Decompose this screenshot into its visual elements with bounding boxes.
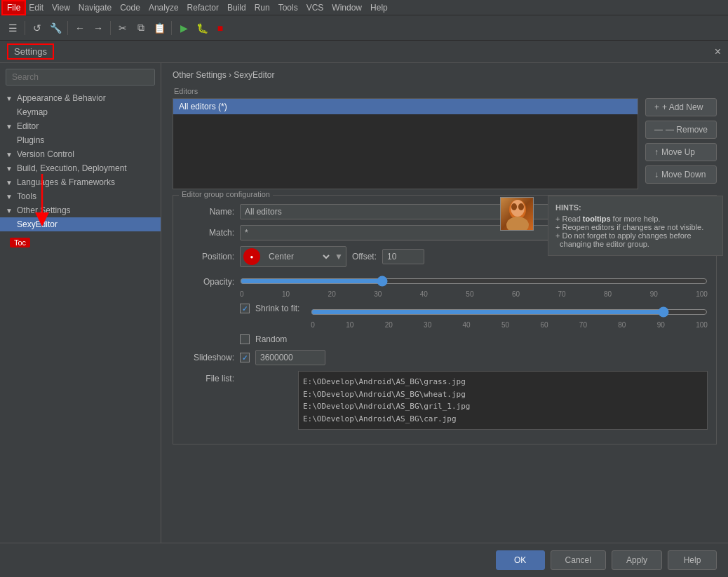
avatar (500, 197, 534, 231)
sidebar-item-build[interactable]: ▼ Build, Execution, Deployment (0, 161, 161, 175)
apply-button[interactable]: Apply (612, 550, 662, 570)
hints-panel: HINTS: + Read tooltips for more help. + … (548, 196, 723, 256)
minus-icon: — (654, 125, 663, 135)
offset-label: Offset: (352, 252, 377, 262)
sidebar-item-vcs[interactable]: ▼ Version Control (0, 147, 161, 161)
arrow-icon: ▼ (6, 179, 13, 186)
close-button[interactable]: × (715, 46, 721, 58)
hints-line1: + Read tooltips for more help. (555, 215, 715, 223)
file-list-item: E:\ODevelop\Android\AS_BG\gril_1.jpg (303, 400, 703, 413)
sidebar-item-other-settings[interactable]: ▼ Other Settings (0, 203, 161, 217)
menu-analyze[interactable]: Analyze (144, 1, 183, 14)
toolbar-run-btn[interactable]: ▶ (175, 20, 192, 36)
menu-file[interactable]: File (3, 1, 25, 14)
ok-button[interactable]: OK (496, 550, 545, 570)
opacity-slider[interactable] (240, 276, 708, 287)
opacity-row: Opacity: 0 10 20 30 40 50 60 (182, 273, 708, 298)
menu-vcs[interactable]: VCS (302, 1, 328, 14)
toolbar-stop-btn[interactable]: ■ (212, 20, 229, 36)
toc-badge: Toc (10, 238, 30, 247)
sidebar-item-editor[interactable]: ▼ Editor (0, 119, 161, 133)
menu-view[interactable]: View (48, 1, 74, 14)
shrink-checkbox[interactable] (240, 304, 250, 313)
svg-point-5 (511, 203, 517, 210)
match-label: Match: (182, 228, 234, 238)
toolbar-undo-btn[interactable]: ← (72, 20, 88, 36)
side-buttons: + + Add New — — Remove ↑ Move Up ↓ Move … (645, 87, 717, 189)
slideshow-row: Slideshow: (182, 350, 708, 365)
remove-label: — Remove (666, 125, 708, 135)
toolbar-sync-btn[interactable]: ↺ (29, 20, 46, 36)
up-arrow-icon: ↑ (654, 147, 659, 157)
menu-navigate[interactable]: Navigate (74, 1, 116, 14)
shrink-slider-wrap: 0 10 20 30 40 50 60 70 80 90 100 (311, 304, 708, 329)
toolbar-sep-2 (67, 21, 68, 35)
slideshow-input[interactable] (255, 350, 325, 365)
settings-body: ▼ Appearance & Behavior Keymap ▼ Editor … (0, 63, 728, 543)
sidebar-item-languages[interactable]: ▼ Languages & Frameworks (0, 175, 161, 189)
toolbar-menu-btn[interactable]: ☰ (4, 20, 21, 36)
sidebar-item-label: Tools (17, 191, 36, 201)
toolbar-paste-btn[interactable]: 📋 (151, 20, 168, 36)
file-list-item: E:\ODevelop\Android\AS_BG\grass.jpg (303, 376, 703, 388)
offset-input[interactable] (382, 249, 424, 264)
toolbar-gradle-btn[interactable]: 🔧 (47, 20, 64, 36)
toolbar: ☰ ↺ 🔧 ← → ✂ ⧉ 📋 ▶ 🐛 ■ (0, 15, 728, 41)
toolbar-debug-btn[interactable]: 🐛 (194, 20, 210, 36)
file-list-item: E:\ODevelop\Android\AS_BG\wheat.jpg (303, 388, 703, 401)
slideshow-checkbox[interactable] (240, 353, 250, 362)
hints-line4: changing the editor group. (555, 240, 715, 248)
move-up-button[interactable]: ↑ Move Up (645, 143, 717, 161)
search-input[interactable] (6, 69, 155, 86)
arrow-icon: ▼ (6, 207, 13, 215)
move-down-button[interactable]: ↓ Move Down (645, 165, 717, 184)
menu-build[interactable]: Build (223, 1, 250, 14)
add-new-label: + Add New (662, 102, 703, 112)
menu-refactor[interactable]: Refactor (183, 1, 223, 14)
menu-window[interactable]: Window (328, 1, 366, 14)
opacity-slider-labels: 0 10 20 30 40 50 60 70 80 90 100 (240, 290, 708, 298)
plus-icon: + (654, 102, 659, 112)
cancel-button[interactable]: Cancel (551, 550, 606, 570)
sidebar-item-label: Version Control (17, 149, 74, 159)
config-section: Editor group configuration Name: Match: … (173, 195, 717, 444)
config-section-label: Editor group configuration (179, 190, 273, 198)
file-list-item: E:\ODevelop\Android\AS_BG\car.jpg (303, 413, 703, 426)
sidebar-item-appearance[interactable]: ▼ Appearance & Behavior (0, 91, 161, 105)
editors-label: Editors (173, 87, 638, 95)
opacity-slider-track[interactable] (240, 276, 708, 289)
random-checkbox[interactable] (240, 334, 250, 344)
menu-help[interactable]: Help (366, 1, 392, 14)
shrink-slider[interactable] (311, 306, 708, 318)
toolbar-sep-3 (110, 21, 111, 35)
menu-tools[interactable]: Tools (274, 1, 302, 14)
arrow-icon: ▼ (6, 151, 13, 158)
editor-item-all[interactable]: All editors (*) (173, 99, 638, 114)
settings-outer: Settings × ▼ Appearance & Behavior Keyma… (0, 41, 728, 577)
toolbar-copy-btn[interactable]: ⧉ (133, 20, 149, 36)
settings-title: Settings (7, 43, 54, 60)
remove-button[interactable]: — — Remove (645, 121, 717, 139)
arrow-icon: ▼ (6, 165, 13, 172)
sidebar-item-plugins[interactable]: Plugins (0, 133, 161, 147)
menu-edit[interactable]: Edit (25, 1, 48, 14)
sidebar-item-label: Editor (17, 121, 39, 131)
sidebar-item-keymap[interactable]: Keymap (0, 105, 161, 119)
move-down-label: Move Down (661, 170, 706, 179)
opacity-slider-wrap: 0 10 20 30 40 50 60 70 80 90 100 (240, 273, 708, 298)
sidebar-item-tools[interactable]: ▼ Tools (0, 189, 161, 203)
editors-list[interactable]: All editors (*) (173, 98, 638, 189)
sidebar-item-sexyeditor[interactable]: SexyEditor (0, 217, 161, 231)
breadcrumb: Other Settings › SexyEditor (161, 63, 728, 87)
menu-run[interactable]: Run (250, 1, 274, 14)
position-select[interactable]: Center Top Left Top Right Bottom Left Bo… (263, 249, 332, 264)
sidebar-item-label: Appearance & Behavior (17, 93, 106, 103)
toolbar-redo-btn[interactable]: → (90, 20, 107, 36)
toolbar-cut-btn[interactable]: ✂ (114, 20, 131, 36)
add-new-button[interactable]: + + Add New (645, 98, 717, 116)
help-button[interactable]: Help (668, 550, 717, 570)
shrink-slider-track[interactable] (311, 306, 708, 320)
file-list-area[interactable]: E:\ODevelop\Android\AS_BG\grass.jpg E:\O… (298, 371, 708, 430)
menu-code[interactable]: Code (116, 1, 144, 14)
hints-title: HINTS: (555, 203, 715, 212)
